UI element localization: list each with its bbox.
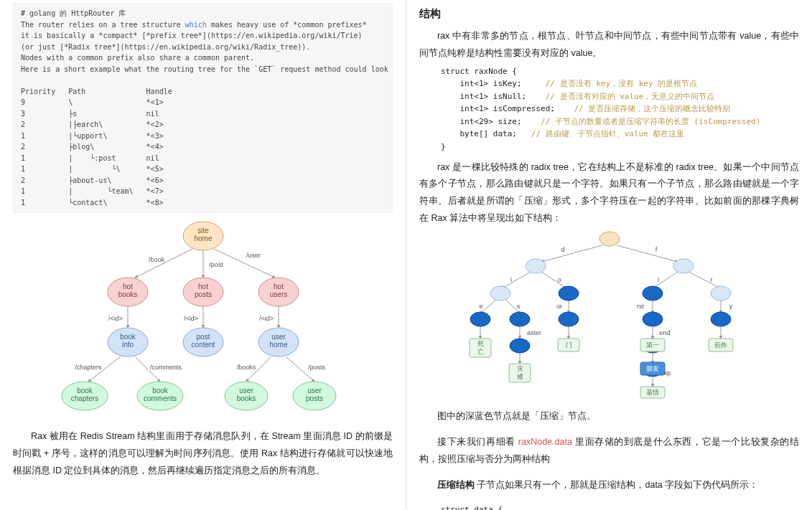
svg-text:灾难: 灾难 — [516, 365, 523, 380]
routing-table-row: 1 | └team\ *<7> — [21, 187, 164, 195]
struct-line: int<1> isKey; — [441, 79, 522, 88]
struct-line: struct data { — [441, 505, 503, 510]
code-line: it is basically a *compact* [*prefix tre… — [21, 32, 363, 39]
edge-label: /posts — [307, 364, 325, 371]
struct-comment: // 是否没有 key，没有 key 的是根节点 — [546, 79, 697, 88]
struct-line: struct raxNode { — [441, 67, 517, 76]
svg-text:死亡: 死亡 — [477, 340, 483, 355]
rax-tree-diagram: d f i o i r e s or rst y aster end ship — [419, 227, 799, 400]
routing-table-row: 2 |├earch\ *<2> — [21, 121, 164, 128]
svg-point-62 — [711, 312, 731, 326]
right-page: 结构 rax 中有非常多的节点，根节点、叶节点和中间节点，有些中间节点带有 va… — [406, 0, 812, 510]
svg-point-58 — [470, 312, 490, 326]
edge-label: i — [510, 276, 512, 283]
svg-point-54 — [490, 286, 510, 301]
edge-label: /book — [148, 256, 164, 263]
svg-point-59 — [510, 312, 530, 326]
svg-text:userbooks: userbooks — [236, 387, 256, 402]
svg-point-51 — [599, 232, 620, 246]
routing-table-row: 2 ├blog\ *<4> — [21, 143, 164, 151]
routing-table-row: 1 | └\ *<5> — [21, 165, 164, 173]
svg-point-57 — [711, 286, 731, 301]
leaf-label: 基情 — [646, 389, 659, 396]
svg-point-56 — [643, 286, 663, 301]
svg-point-52 — [526, 259, 546, 273]
edge-label: r — [710, 276, 712, 283]
leaf-label: 第一 — [646, 341, 659, 349]
edge-label: f — [655, 246, 657, 253]
struct-line: int<1> isCompressed; — [441, 104, 555, 113]
struct-line: int<1> isNull; — [441, 92, 526, 101]
edge-label: /comments — [149, 364, 182, 371]
paragraph: rax 是一棵比较特殊的 radix tree，它在结构上不是标准的 radix… — [419, 159, 799, 227]
code-line: makes heavy use of *common prefixes* — [207, 21, 367, 29]
svg-point-60 — [559, 312, 579, 326]
left-page: # golang 的 HttpRouter 库 The router relie… — [0, 0, 406, 510]
edge-label: /<id> — [183, 315, 197, 322]
edge-label: /books — [236, 364, 256, 371]
code-block: # golang 的 HttpRouter 库 The router relie… — [13, 3, 393, 213]
edge-label: aster — [526, 329, 541, 336]
edge-label: y — [729, 303, 732, 310]
struct-comment: // 是否没有对应的 value，无意义的中间节点 — [546, 92, 715, 101]
svg-line-33 — [617, 245, 678, 262]
edge-label: rst — [637, 303, 644, 310]
site-tree-diagram: /book /post /user /<id> /<id> /<id> /cha… — [13, 213, 393, 428]
svg-line-34 — [502, 272, 531, 288]
struct-line: int<29> size; — [441, 117, 522, 126]
routing-table-row: 9 \ *<1> — [21, 98, 164, 106]
edge-label: s — [516, 303, 520, 310]
svg-text:userhome: userhome — [269, 333, 287, 349]
edge-label: /<id> — [108, 315, 122, 322]
code-line: # golang 的 HttpRouter 库 — [21, 9, 126, 17]
edge-label: /user — [246, 252, 260, 259]
svg-point-61 — [643, 312, 663, 326]
routing-table-header: Priority Path Handle — [21, 88, 172, 95]
edge-label: end — [659, 329, 670, 336]
struct-code-2: struct data { optional struct { // 取决于 h… — [441, 504, 799, 510]
leaf-label: 门 — [565, 341, 571, 349]
edge-label: or — [556, 303, 561, 310]
paragraph: Rax 被用在 Redis Stream 结构里面用于存储消息队列，在 Stre… — [13, 428, 393, 479]
caption: 接下来我们再细看 raxNode.data 里面存储的到底是什么东西，它是一个比… — [419, 434, 799, 468]
caption: 图中的深蓝色节点就是「压缩」节点。 — [419, 408, 799, 425]
edge-label: e — [479, 303, 482, 310]
edge-label: o — [557, 276, 561, 283]
code-ref: raxNode.data — [518, 437, 572, 447]
struct-line: byte[] data; — [441, 129, 517, 138]
svg-line-32 — [541, 245, 602, 262]
routing-table-row: 1 | └:post nil — [21, 154, 159, 162]
paragraph: rax 中有非常多的节点，根节点、叶节点和中间节点，有些中间节点带有 value… — [419, 28, 799, 62]
edge-label: /post — [209, 261, 223, 268]
caption-text: 接下来我们再细看 — [437, 437, 518, 447]
routing-table-row: 1 └contact\ *<8> — [21, 199, 164, 207]
code-line: Here is a short example what the routing… — [21, 65, 393, 73]
routing-table-row: 3 ├s nil — [21, 110, 159, 118]
edge-label: d — [561, 246, 564, 253]
svg-point-63 — [510, 339, 530, 353]
edge-label: /chapters — [75, 364, 102, 371]
struct-code: struct raxNode { int<1> isKey; // 是否没有 k… — [441, 65, 799, 154]
edge-label: /<id> — [258, 315, 273, 322]
edge-label: i — [658, 276, 659, 283]
section-heading: 结构 — [419, 7, 799, 21]
svg-point-53 — [673, 259, 694, 273]
struct-comment: // 是否压缩存储，这个压缩的概念比较特别 — [574, 104, 730, 113]
svg-text:userposts: userposts — [306, 387, 323, 402]
routing-table-row: 2 ├about-us\ *<6> — [21, 176, 164, 184]
svg-line-37 — [689, 272, 721, 288]
svg-line-0 — [135, 249, 192, 278]
caption-text: 子节点如果只有一个，那就是压缩结构，data 字段如下伪代码所示： — [475, 480, 758, 490]
struct-comment: // 路由键、子节点指针、value 都在这里 — [531, 129, 685, 138]
struct-line: } — [441, 142, 446, 151]
code-line: Nodes with a common prefix also share a … — [21, 54, 254, 62]
svg-line-35 — [541, 272, 566, 288]
code-keyword: which — [185, 21, 207, 29]
code-line: (or just [*Radix tree*](https://en.wikip… — [21, 43, 310, 51]
svg-line-36 — [653, 272, 678, 288]
routing-table-row: 1 |└upport\ *<3> — [21, 132, 164, 140]
leaf-label: 煎炸 — [714, 341, 727, 349]
leaf-label: 朋友 — [646, 365, 659, 372]
caption: 压缩结构 子节点如果只有一个，那就是压缩结构，data 字段如下伪代码所示： — [419, 477, 799, 494]
bold-term: 压缩结构 — [437, 480, 475, 490]
